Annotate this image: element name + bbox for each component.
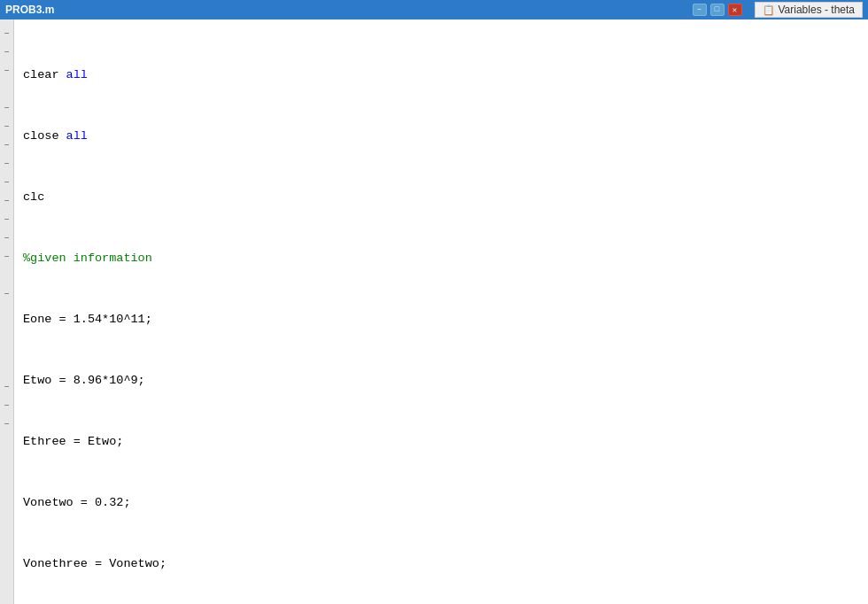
code-line-6: Etwo = 8.96*10^9; <box>23 371 859 390</box>
minimize-button[interactable]: – <box>693 4 707 16</box>
file-title: PROB3.m <box>5 4 54 16</box>
dash-13: – <box>0 246 13 265</box>
dash-8: – <box>0 153 13 172</box>
dash-6: – <box>0 116 13 135</box>
code-line-8: Vonetwo = 0.32; <box>23 493 859 512</box>
dash-18 <box>0 339 13 358</box>
dash-4 <box>0 79 13 97</box>
dash-25 <box>0 469 13 488</box>
minimize-icon: – <box>697 5 701 14</box>
variables-title: Variables - theta <box>779 4 856 16</box>
code-line-1: clear all <box>23 66 859 84</box>
dash-1: – <box>0 23 13 42</box>
dash-24 <box>0 451 13 469</box>
code-line-5: Eone = 1.54*10^11; <box>23 310 859 329</box>
restore-button[interactable]: □ <box>710 4 725 16</box>
editor-area: – – – – – – – – – – – – – – – – <box>0 19 868 604</box>
dash-15: – <box>0 283 13 302</box>
dash-2: – <box>0 42 13 60</box>
close-icon: ✕ <box>732 5 737 15</box>
dash-11: – <box>0 209 13 228</box>
dash-14 <box>0 265 13 283</box>
code-line-9: Vonethree = Vonetwo; <box>23 554 859 573</box>
dash-10: – <box>0 190 13 209</box>
variables-icon: 📋 <box>763 4 775 16</box>
dash-19 <box>0 358 13 376</box>
title-bar: PROB3.m – □ ✕ 📋 Variables - theta <box>0 0 868 19</box>
code-line-2: close all <box>23 127 859 145</box>
dash-12: – <box>0 228 13 246</box>
restore-icon: □ <box>715 5 719 14</box>
code-line-3: clc <box>23 188 859 206</box>
dash-23 <box>0 432 13 451</box>
dash-column: – – – – – – – – – – – – – – – – <box>0 19 14 604</box>
dash-16 <box>0 302 13 321</box>
title-bar-left: PROB3.m <box>5 4 54 16</box>
dash-5: – <box>0 97 13 116</box>
code-line-7: Ethree = Etwo; <box>23 432 859 451</box>
dash-7: – <box>0 135 13 153</box>
code-line-4: %given information <box>23 249 859 267</box>
dash-3: – <box>0 60 13 79</box>
dash-9: – <box>0 172 13 190</box>
close-button[interactable]: ✕ <box>728 4 742 16</box>
dash-20: – <box>0 376 13 395</box>
code-editor[interactable]: clear all close all clc %given informati… <box>14 19 868 604</box>
dash-22: – <box>0 414 13 432</box>
dash-21: – <box>0 395 13 414</box>
variables-panel: 📋 Variables - theta <box>755 2 864 18</box>
title-bar-controls: – □ ✕ 📋 Variables - theta <box>693 2 864 18</box>
dash-17 <box>0 321 13 339</box>
